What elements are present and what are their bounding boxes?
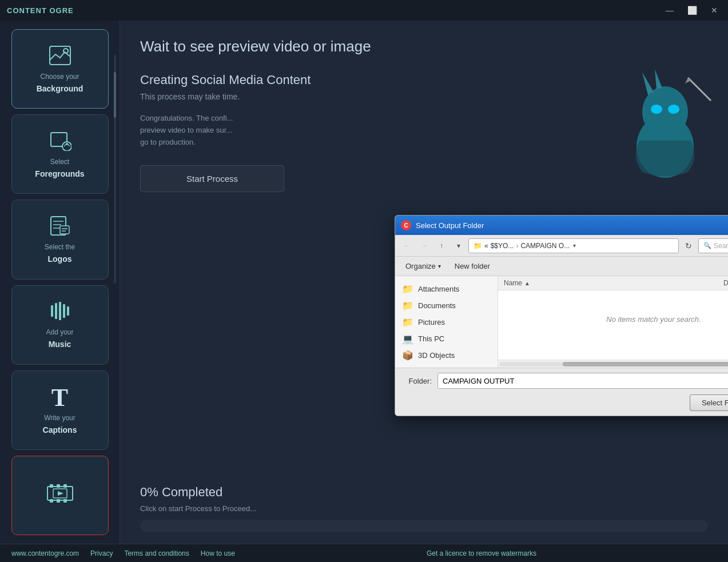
sidebar-attachments[interactable]: 📁 Attachments xyxy=(395,281,498,297)
file-sidebar: 📁 Attachments 📁 Documents 📁 Pictures 💻 T… xyxy=(395,276,498,368)
footer-license[interactable]: Get a licence to remove watermarks xyxy=(427,549,536,557)
path-dropdown-button[interactable]: ▾ xyxy=(572,242,577,249)
sidebar-pictures[interactable]: 📁 Pictures xyxy=(395,314,498,330)
folder-input[interactable] xyxy=(437,373,728,389)
dialog-title-left: C Select Output Folder xyxy=(401,220,484,230)
minimize-button[interactable]: — xyxy=(662,5,677,16)
svg-point-28 xyxy=(651,105,662,114)
logos-label-big: Logos xyxy=(48,254,72,264)
file-dialog-toolbar: Organize ▾ New folder ☰ ▾ ? xyxy=(395,257,728,276)
new-folder-button[interactable]: New folder xyxy=(450,260,495,273)
documents-folder-icon: 📁 xyxy=(402,300,413,311)
sidebar-item-background[interactable]: Choose your Background xyxy=(11,29,109,109)
sidebar-documents[interactable]: 📁 Documents xyxy=(395,297,498,314)
file-column-header: Name ▲ Date modified xyxy=(498,276,728,290)
nav-refresh-button[interactable]: ↻ xyxy=(681,238,696,253)
name-sort-icon: ▲ xyxy=(524,280,530,286)
file-dialog-browser: 📁 Attachments 📁 Documents 📁 Pictures 💻 T… xyxy=(395,276,728,368)
captions-label-big: Captions xyxy=(43,425,77,435)
svg-rect-12 xyxy=(51,305,53,317)
svg-rect-18 xyxy=(50,484,53,488)
this-pc-label: This PC xyxy=(418,334,444,343)
path-separator: › xyxy=(516,242,518,250)
nav-search-box[interactable]: 🔍 Search CAMPAIGN OUTPUT xyxy=(698,238,728,253)
svg-rect-15 xyxy=(63,304,65,318)
horizontal-scrollbar[interactable] xyxy=(498,360,728,368)
sidebar-item-foregrounds[interactable]: Select Foregrounds xyxy=(11,114,109,194)
svg-rect-16 xyxy=(67,306,69,316)
svg-rect-19 xyxy=(57,484,60,488)
sidebar-item-music[interactable]: Add your Music xyxy=(11,285,109,365)
congrats-text: Congratulations. The confi... preview vi… xyxy=(140,113,415,148)
captions-icon: T xyxy=(51,385,68,410)
dialog-app-icon: C xyxy=(401,220,411,230)
organize-dropdown-icon: ▾ xyxy=(438,263,441,269)
footer-privacy[interactable]: Privacy xyxy=(90,549,113,557)
dialog-title-text: Select Output Folder xyxy=(416,221,484,230)
attachments-label: Attachments xyxy=(418,285,459,293)
dialog-buttons: Select Folder Cancel xyxy=(403,394,728,411)
name-col-label: Name xyxy=(504,279,522,287)
filmstrip-icon xyxy=(46,483,74,507)
sidebar-this-pc[interactable]: 💻 This PC xyxy=(395,330,498,347)
date-column-header[interactable]: Date modified xyxy=(723,279,728,287)
this-pc-icon: 💻 xyxy=(402,333,413,344)
nav-forward-button[interactable]: → xyxy=(417,238,432,253)
footer: www.contentogre.com Privacy Terms and co… xyxy=(0,544,728,562)
organize-button[interactable]: Organize ▾ xyxy=(401,260,445,273)
svg-point-29 xyxy=(668,105,679,114)
sidebar: Choose your Background Select Foreground… xyxy=(0,21,120,544)
sidebar-scrollbar-thumb[interactable] xyxy=(114,72,116,118)
background-icon xyxy=(49,45,71,69)
sidebar-item-logos[interactable]: Select the Logos xyxy=(11,200,109,279)
captions-label-small: Write your xyxy=(44,414,75,422)
footer-terms[interactable]: Terms and conditions xyxy=(124,549,189,557)
monster-image xyxy=(614,66,717,183)
nav-back-button[interactable]: ← xyxy=(400,238,415,253)
select-folder-button[interactable]: Select Folder xyxy=(690,394,728,411)
nav-up-button[interactable]: ↑ xyxy=(434,238,449,253)
3d-objects-label: 3D Objects xyxy=(418,351,455,360)
progress-bar-container xyxy=(140,520,708,532)
progress-subtitle: Click on start Process to Proceed... xyxy=(140,504,708,513)
footer-how-to-use[interactable]: How to use xyxy=(201,549,235,557)
close-button[interactable]: ✕ xyxy=(707,5,721,16)
maximize-button[interactable]: ⬜ xyxy=(684,5,701,16)
music-label-big: Music xyxy=(49,340,71,349)
svg-rect-9 xyxy=(60,226,69,234)
name-column-header[interactable]: Name ▲ xyxy=(504,279,723,287)
progress-section: 0% Completed Click on start Process to P… xyxy=(140,485,708,532)
svg-rect-21 xyxy=(50,499,53,503)
footer-website[interactable]: www.contentogre.com xyxy=(11,549,79,557)
svg-marker-25 xyxy=(58,491,63,496)
svg-rect-13 xyxy=(55,303,57,319)
nav-recent-button[interactable]: ▾ xyxy=(451,238,466,253)
nav-path-part1: « xyxy=(484,242,488,250)
file-area-with-scroll: Name ▲ Date modified No items match your… xyxy=(498,276,728,360)
sidebar-scrollbar-track xyxy=(114,55,116,284)
file-main-area: Name ▲ Date modified No items match your… xyxy=(498,276,728,360)
preview-title: Wait to see preview video or image xyxy=(140,38,708,55)
svg-rect-23 xyxy=(63,499,67,503)
file-empty-message: No items match your search. xyxy=(498,290,728,348)
hscroll-thumb[interactable] xyxy=(563,362,728,366)
foregrounds-label-small: Select xyxy=(50,158,69,166)
svg-rect-14 xyxy=(59,302,61,320)
titlebar: CONTENT OGRE — ⬜ ✕ xyxy=(0,0,728,21)
logos-label-small: Select the xyxy=(45,243,75,251)
main-layout: Choose your Background Select Foreground… xyxy=(0,21,728,544)
start-process-button[interactable]: Start Process xyxy=(140,165,284,192)
sidebar-3d-objects[interactable]: 📦 3D Objects xyxy=(395,347,498,364)
documents-label: Documents xyxy=(418,301,456,310)
organize-label: Organize xyxy=(405,262,436,270)
sidebar-item-captions[interactable]: T Write your Captions xyxy=(11,370,109,450)
path-folder-icon: 📁 xyxy=(474,242,482,250)
folder-label: Folder: xyxy=(403,377,432,385)
svg-marker-31 xyxy=(655,69,662,89)
progress-title: 0% Completed xyxy=(140,485,708,500)
file-dialog: C Select Output Folder ✕ ← → ↑ ▾ 📁 « $$Y… xyxy=(395,215,728,416)
new-folder-label: New folder xyxy=(455,262,490,270)
search-placeholder: Search CAMPAIGN OUTPUT xyxy=(714,242,728,250)
background-label-big: Background xyxy=(37,84,83,93)
sidebar-item-filmstrip[interactable] xyxy=(11,456,109,535)
